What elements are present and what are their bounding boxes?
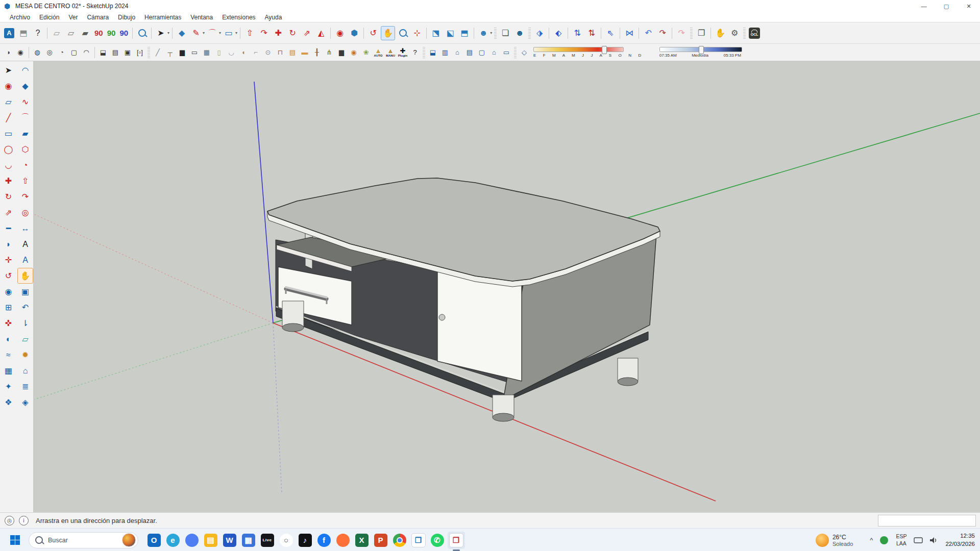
pie-icon[interactable]: ◔ [17, 157, 33, 173]
shadow-time-slider-handle[interactable] [699, 46, 704, 54]
minimize-button[interactable]: — [913, 0, 935, 12]
stand-table-icon[interactable]: ┬ [164, 46, 176, 59]
taskbar-search[interactable]: Buscar [29, 532, 138, 548]
clock[interactable]: 12:35 22/03/2026 [945, 532, 975, 548]
help-icon[interactable]: ? [31, 27, 44, 40]
angle-green-value[interactable]: 90 [107, 29, 116, 37]
model-info-icon[interactable]: ◈ [17, 394, 33, 410]
arrow-diagonal-icon[interactable]: ⇖ [604, 27, 617, 40]
section-cut-icon[interactable]: ⬕ [444, 27, 457, 40]
section-plane-icon[interactable]: ⬔ [429, 27, 443, 40]
dropdown-caret-icon[interactable]: ▾ [167, 31, 169, 35]
shadow-date-slider[interactable] [533, 47, 624, 52]
plane-view-a-icon[interactable]: ▱ [50, 27, 63, 40]
pot-icon[interactable]: ◡ [226, 46, 237, 59]
followme-tool-icon[interactable]: ↷ [17, 189, 33, 205]
microwave-icon[interactable]: ▭ [189, 46, 200, 59]
a-panel-icon[interactable]: A [3, 27, 16, 40]
language-indicator[interactable]: ESP LAA [896, 533, 906, 546]
pencil-line-icon[interactable]: ✎ [189, 27, 203, 40]
sketchup-app-icon[interactable]: ❒ [448, 532, 465, 549]
threed-text-icon[interactable]: A [17, 252, 33, 268]
rectangle-tool-icon[interactable]: ▭ [222, 27, 235, 40]
whatsapp-icon[interactable]: ✆ [429, 532, 446, 549]
move-icon[interactable]: ✚ [272, 27, 285, 40]
saw-table-icon[interactable]: ⊓ [275, 46, 286, 59]
menu-item-extensiones[interactable]: Extensiones [217, 13, 260, 22]
edge-icon[interactable]: e [164, 532, 182, 549]
new-file-icon[interactable]: ❏ [499, 27, 512, 40]
dropdown-caret-icon[interactable]: ▾ [235, 31, 237, 35]
two-point-arc-icon[interactable]: ◡ [1, 157, 16, 173]
pen-tablet-icon[interactable] [914, 537, 923, 544]
horizon-icon[interactable]: ⬓ [97, 46, 109, 59]
orbit-tool-icon[interactable]: ↺ [1, 268, 16, 284]
zoom-tool-icon[interactable] [396, 27, 409, 40]
dropdown-caret-icon[interactable]: ▾ [203, 31, 205, 35]
redo-curve-icon[interactable]: ↷ [656, 27, 669, 40]
rotate-tool-icon[interactable]: ↻ [1, 189, 16, 205]
arc-tool-icon[interactable]: ⌒ [206, 27, 219, 40]
coffee-table-model[interactable] [267, 178, 660, 421]
chair-icon[interactable]: ╂ [311, 46, 323, 59]
warehouse-icon[interactable]: ⌂ [17, 363, 33, 379]
arrows-updown-red-icon[interactable]: ⇅ [585, 27, 598, 40]
dimension-icon[interactable]: ↔ [17, 220, 33, 236]
cooktop-icon[interactable]: ▦ [201, 46, 212, 59]
walk-icon[interactable]: ⇂ [17, 315, 33, 331]
monitor-grid-icon[interactable]: ▤ [110, 46, 121, 59]
menu-item-archivo[interactable]: Archivo [5, 13, 35, 22]
measurements-box[interactable] [878, 515, 976, 527]
grab-hand-icon[interactable]: ✋ [714, 27, 727, 40]
zoom-extents-icon[interactable]: ⊹ [410, 27, 424, 40]
excel-icon[interactable]: X [353, 532, 371, 549]
settings-gear-icon[interactable]: ⚙ [728, 27, 741, 40]
tray-chevron-icon[interactable]: ^ [870, 536, 873, 544]
menu-item-ayuda[interactable]: Ayuda [260, 13, 287, 22]
bottles-icon[interactable]: ⋔ [324, 46, 335, 59]
pushpull-icon[interactable]: ⇧ [243, 27, 256, 40]
plants-icon[interactable]: ❀ [360, 46, 372, 59]
protractor-icon[interactable]: ◗ [1, 236, 16, 252]
panel-box-icon[interactable]: ▢ [476, 46, 487, 59]
scale-icon[interactable]: ⇗ [300, 27, 313, 40]
start-button[interactable] [6, 532, 23, 549]
undo-curve-icon[interactable]: ↶ [642, 27, 655, 40]
pushpull-tool-icon[interactable]: ⇧ [17, 173, 33, 189]
followme-icon[interactable]: ↷ [257, 27, 271, 40]
render-sphere-icon[interactable]: ◑ [3, 46, 14, 59]
tiktok-icon[interactable]: ♪ [297, 532, 314, 549]
search-app-icon[interactable]: ○ [278, 532, 295, 549]
cabinet-grid-icon[interactable]: ▥ [439, 46, 451, 59]
paella-icon[interactable]: ◉ [348, 46, 359, 59]
firefox-icon[interactable] [334, 532, 352, 549]
speaker-icon[interactable] [929, 537, 938, 544]
dropdown-caret-icon[interactable]: ▾ [490, 31, 492, 35]
section-tool-icon[interactable]: ▱ [17, 331, 33, 347]
help-circle-icon[interactable]: ? [409, 46, 421, 59]
menu-item-camara[interactable]: Cámara [82, 13, 113, 22]
soften-edges-icon[interactable]: ≈ [1, 347, 16, 363]
tags-icon[interactable]: ≣ [17, 379, 33, 394]
mirror-icon[interactable]: ⋈ [623, 27, 636, 40]
arrows-updown-blue-icon[interactable]: ⇅ [571, 27, 584, 40]
frame-open-icon[interactable]: ▭ [501, 46, 512, 59]
offset-icon[interactable]: ◭ [314, 27, 328, 40]
facebook-icon[interactable]: f [315, 532, 333, 549]
copilot-icon[interactable] [183, 532, 201, 549]
rectangle-icon[interactable]: ▭ [1, 126, 16, 141]
pages-icon[interactable]: ❐ [695, 27, 708, 40]
move-tool-icon[interactable]: ✚ [1, 173, 16, 189]
menu-item-herramientas[interactable]: Herramientas [140, 13, 186, 22]
paint-bucket-icon[interactable]: ⬢ [348, 27, 361, 40]
line-tool-icon[interactable]: ╱ [1, 110, 16, 126]
shadow-date-slider-handle[interactable] [602, 46, 607, 54]
zoom-tool2-icon[interactable]: ◉ [1, 284, 16, 299]
faucet-icon[interactable]: ⌐ [250, 46, 261, 59]
frame-light-icon[interactable]: ▣ [122, 46, 133, 59]
look-around-icon[interactable]: ◐ [1, 331, 16, 347]
lens-icon[interactable]: ◔ [56, 46, 67, 59]
outlook-icon[interactable]: O [145, 532, 163, 549]
circle-dot-icon[interactable]: ◉ [333, 27, 347, 40]
oven-icon[interactable]: ▆ [177, 46, 188, 59]
